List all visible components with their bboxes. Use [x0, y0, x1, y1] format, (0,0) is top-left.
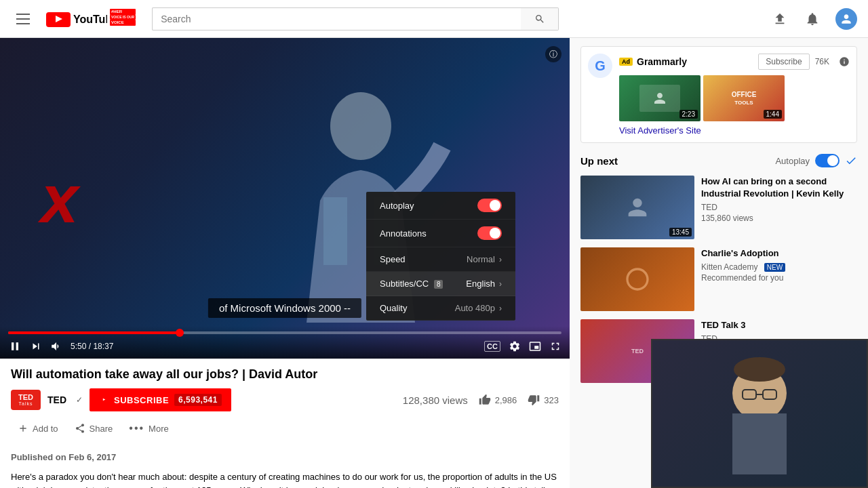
speed-chevron: › — [499, 255, 502, 264]
sidebar-header: Up next Autoplay — [580, 154, 857, 167]
autoplay-sidebar-toggle[interactable] — [815, 154, 840, 167]
facecam-overlay — [651, 339, 868, 488]
notifications-icon[interactable] — [803, 9, 822, 28]
video-section: x of Microsoft Windows 2000 -- — [0, 38, 570, 488]
add-to-button[interactable]: Add to — [11, 419, 65, 438]
up-next-label: Up next — [580, 155, 618, 167]
annotations-toggle[interactable] — [477, 226, 502, 240]
video-player[interactable]: x of Microsoft Windows 2000 -- — [0, 38, 570, 359]
video-info: Will automation take away all our jobs? … — [0, 359, 570, 447]
card-title-1: Charlie's Adoption — [701, 247, 857, 260]
published-date: Published on Feb 6, 2017 — [0, 447, 570, 468]
advertiser-subscribe-button[interactable]: Subscribe — [758, 54, 809, 70]
subscribe-button[interactable]: Subscribe 6,593,541 — [90, 388, 231, 411]
miniplayer-button[interactable] — [529, 340, 541, 352]
upload-icon[interactable] — [770, 9, 789, 28]
video-card-1[interactable]: Charlie's Adoption Kitten Academy NEW Re… — [580, 247, 857, 311]
settings-autoplay-row[interactable]: Autoplay — [366, 192, 515, 220]
settings-subtitles-row[interactable]: Subtitles/CC 8 English › — [366, 272, 515, 296]
hamburger-menu[interactable] — [11, 8, 35, 30]
visit-advertiser-link[interactable]: Visit Advertiser's Site — [619, 125, 850, 136]
video-title: Will automation take away all our jobs? … — [11, 367, 559, 382]
subscriber-count: 6,593,541 — [174, 394, 222, 406]
svg-point-13 — [734, 357, 785, 382]
video-description: Here's a paradox you don't hear much abo… — [0, 468, 570, 488]
ad-box: G Ad Grammarly Subscribe 76K — [580, 46, 857, 143]
svg-rect-9 — [732, 413, 787, 474]
settings-speed-row[interactable]: Speed Normal › — [366, 247, 515, 272]
advertiser-sub-count: 76K — [815, 57, 829, 66]
ad-thumbnail-1[interactable]: 2:23 — [619, 75, 701, 121]
share-button[interactable]: Share — [68, 419, 120, 438]
cc-button[interactable]: CC — [484, 341, 500, 352]
verify-icon: ✓ — [76, 395, 83, 405]
ad-badge: Ad — [619, 58, 633, 66]
settings-button[interactable] — [509, 340, 521, 352]
quality-value: Auto 480p — [455, 303, 495, 313]
video-card-0[interactable]: 13:45 How AI can bring on a second Indus… — [580, 176, 857, 239]
more-button[interactable]: ••• More — [122, 418, 175, 439]
next-button[interactable] — [30, 340, 42, 352]
subtitles-value: English — [466, 279, 495, 289]
card-channel-0: TED — [701, 203, 857, 212]
card-views-0: 135,860 views — [701, 214, 857, 223]
svg-rect-4 — [323, 197, 347, 265]
card-title-2: TED Talk 3 — [701, 319, 857, 331]
pause-button[interactable] — [8, 340, 22, 353]
svg-text:YouTube: YouTube — [73, 14, 107, 25]
quality-chevron: › — [499, 304, 502, 313]
card-duration-0: 13:45 — [669, 228, 692, 237]
speed-value: Normal — [467, 254, 495, 264]
search-input[interactable] — [152, 7, 521, 30]
ad-thumb-duration-2: 1:44 — [764, 110, 782, 119]
avatar[interactable] — [835, 8, 857, 30]
advertiser-name: Grammarly — [637, 56, 687, 67]
channel-name: TED — [47, 394, 66, 405]
settings-quality-row[interactable]: Quality Auto 480p › — [366, 296, 515, 321]
progress-bar[interactable] — [8, 331, 561, 334]
like-button[interactable]: 2,986 — [479, 394, 517, 406]
settings-annotations-row[interactable]: Annotations — [366, 220, 515, 247]
search-button[interactable] — [521, 7, 559, 30]
card-title-0: How AI can bring on a second Industrial … — [701, 176, 857, 200]
ad-thumb-duration-1: 2:23 — [679, 110, 698, 119]
ad-thumbnail-2[interactable]: OFFICETOOLS 1:44 — [703, 75, 785, 121]
info-button[interactable]: ⓘ — [545, 46, 561, 62]
video-subtitle: of Microsoft Windows 2000 -- — [208, 298, 361, 318]
card-views-1: Recommended for you — [701, 273, 857, 283]
subtitles-chevron: › — [499, 279, 502, 289]
time-display: 5:50 / 18:37 — [71, 342, 113, 351]
card-channel-1: Kitten Academy NEW — [701, 262, 857, 272]
channel-logo: TED Talks — [11, 390, 41, 410]
fullscreen-button[interactable] — [549, 340, 561, 352]
logo[interactable]: YouTube #HER VOICE IS OUR VOICE — [46, 9, 136, 28]
autoplay-sidebar-label: Autoplay — [775, 156, 810, 166]
advertiser-logo: G — [588, 54, 612, 78]
volume-button[interactable] — [50, 340, 62, 352]
new-badge: NEW — [764, 263, 785, 272]
video-thumb-0: 13:45 — [580, 176, 694, 239]
autoplay-toggle[interactable] — [477, 199, 502, 212]
video-thumb-1 — [580, 247, 694, 311]
settings-menu: Autoplay Annotations Speed Normal › — [366, 192, 515, 321]
header: YouTube #HER VOICE IS OUR VOICE — [0, 0, 868, 38]
svg-point-3 — [330, 92, 391, 160]
video-controls: 5:50 / 18:37 CC — [0, 326, 570, 359]
view-count: 128,380 views — [403, 394, 468, 406]
dislike-button[interactable]: 323 — [528, 394, 559, 406]
